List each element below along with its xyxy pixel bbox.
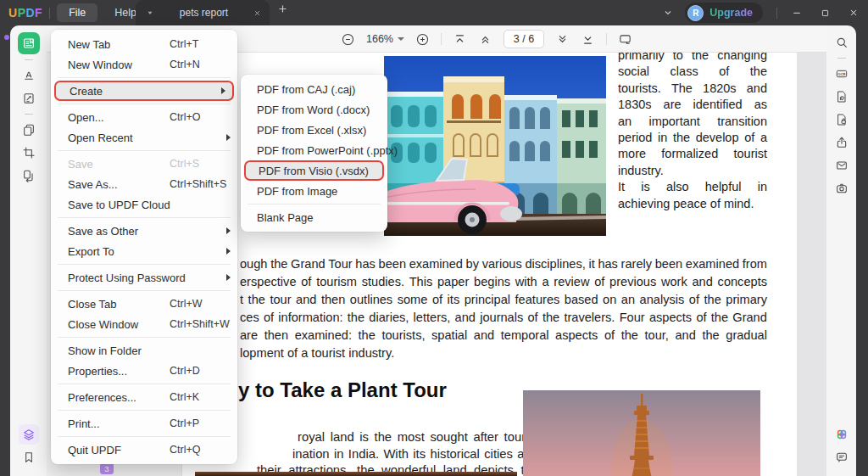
menu-item-properties[interactable]: Properties...Ctrl+D <box>51 361 237 381</box>
avatar[interactable]: R <box>687 5 704 21</box>
menu-divider <box>58 337 231 338</box>
search-icon[interactable] <box>832 32 852 53</box>
menu-item-blank-page[interactable]: Blank Page <box>241 207 387 227</box>
menu-file[interactable]: File <box>57 3 97 22</box>
menu-item-label: Print... <box>68 417 170 430</box>
menu-item-quit-updf[interactable]: Quit UPDFCtrl+Q <box>51 440 237 460</box>
text-line: industry. <box>618 163 767 179</box>
menu-item-pdf-from-image[interactable]: PDF from Image <box>241 181 387 201</box>
page-up-icon[interactable] <box>478 32 492 47</box>
intro-paragraph: royallandisthemostsoughtaftertouristinat… <box>210 429 538 476</box>
menu-item-pdf-from-powerpoint-pptx[interactable]: PDF from PowerPoint (.pptx) <box>241 140 387 160</box>
text-line: achieving peace of mind. <box>618 196 767 212</box>
menu-item-label: Quit UPDF <box>68 444 170 456</box>
new-tab-button[interactable] <box>277 3 288 14</box>
convert-icon[interactable] <box>19 165 39 186</box>
ai-layers-icon[interactable] <box>19 424 39 445</box>
menu-item-new-tab[interactable]: New TabCtrl+T <box>51 34 237 54</box>
screenshot-icon[interactable] <box>832 178 852 199</box>
text-line: primarilytothechanging <box>618 53 767 64</box>
ai-assistant-icon[interactable] <box>832 424 852 445</box>
menu-item-close-tab[interactable]: Close TabCtrl+W <box>51 294 237 314</box>
menu-divider <box>58 150 231 151</box>
document-tab[interactable]: pets report <box>136 0 270 25</box>
menu-item-create[interactable]: Create <box>54 81 234 101</box>
reader-icon[interactable] <box>18 32 40 54</box>
protect-icon[interactable] <box>832 109 852 130</box>
menu-item-new-window[interactable]: New WindowCtrl+N <box>51 54 237 75</box>
menu-item-save-to-updf-cloud[interactable]: Save to UPDF Cloud <box>51 194 237 215</box>
crop-icon[interactable] <box>19 143 39 163</box>
sidebar-divider <box>25 59 33 60</box>
menu-item-label: Open Recent <box>68 132 170 144</box>
menu-item-label: Properties... <box>68 365 170 378</box>
menu-item-label: Show in Folder <box>68 344 170 357</box>
feedback-icon[interactable] <box>832 447 852 468</box>
ocr-icon[interactable]: OCR <box>832 64 852 84</box>
tab-close-icon[interactable] <box>253 9 261 17</box>
chevron-down-icon[interactable] <box>663 8 673 18</box>
menu-item-pdf-from-excel-xlsx[interactable]: PDF from Excel (.xlsx) <box>241 120 387 140</box>
menu-item-open[interactable]: Open...Ctrl+O <box>51 107 237 127</box>
organize-icon[interactable] <box>19 120 39 140</box>
menu-item-preferences[interactable]: Preferences...Ctrl+K <box>51 387 237 407</box>
menu-item-show-in-folder[interactable]: Show in Folder <box>51 340 237 361</box>
menu-item-open-recent[interactable]: Open Recent <box>51 127 237 148</box>
zoom-dropdown-caret-icon[interactable] <box>398 37 404 41</box>
menu-divider <box>58 384 231 384</box>
right-sidebar: OCR <box>826 25 856 476</box>
zoom-out-icon[interactable] <box>341 32 355 47</box>
zoom-control[interactable]: 166% <box>366 33 404 45</box>
upgrade-button[interactable]: R Upgrade <box>685 3 763 23</box>
menu-item-shortcut: Ctrl+Q <box>170 444 219 456</box>
menu-item-label: Save as Other <box>68 225 170 238</box>
text-line: tourists.The1820sand <box>618 81 767 97</box>
text-line: lopment of a tourist industry. <box>240 344 767 362</box>
toolbar-divider <box>606 33 607 45</box>
close-icon[interactable] <box>849 8 859 18</box>
menu-item-pdf-from-caj-caj[interactable]: PDF from CAJ (.caj) <box>241 79 387 99</box>
tab-dropdown-caret-icon[interactable] <box>146 8 154 17</box>
menu-item-protect-using-password[interactable]: Protect Using Password <box>51 267 237 288</box>
zoom-in-icon[interactable] <box>415 32 430 47</box>
menu-item-pdf-from-visio-vsdx[interactable]: PDF from Visio (.vsdx) <box>244 160 384 181</box>
menu-item-label: Save <box>68 158 170 171</box>
titlebar-divider <box>49 8 50 19</box>
menu-item-label: New Tab <box>68 38 170 51</box>
toolbar-divider <box>441 33 442 45</box>
page-indicator[interactable]: 3 / 6 <box>504 30 544 48</box>
maximize-icon[interactable] <box>821 8 830 18</box>
convert-page-icon[interactable] <box>832 87 852 107</box>
section-heading: y to Take a Plant Tour <box>238 378 447 402</box>
bookmark-icon[interactable] <box>19 447 39 468</box>
share-icon[interactable] <box>832 132 852 153</box>
page-down-icon[interactable] <box>555 32 570 47</box>
menu-item-label: Protect Using Password <box>68 272 170 284</box>
presentation-mode-icon[interactable] <box>618 32 632 47</box>
text-line: animportanttransition <box>618 114 767 130</box>
menu-item-label: Preferences... <box>68 391 170 404</box>
text-line: oughtheGrandTourhasbeenexaminedbyvarious… <box>240 255 767 273</box>
eiffel-tower-photo <box>523 390 760 476</box>
menu-item-print[interactable]: Print...Ctrl+P <box>51 413 237 434</box>
menu-item-export-to[interactable]: Export To <box>51 241 237 261</box>
menu-item-label: New Window <box>68 59 170 71</box>
menu-item-label: PDF from Word (.docx) <box>257 104 372 116</box>
menu-divider <box>58 290 231 291</box>
menu-item-pdf-from-word-docx[interactable]: PDF from Word (.docx) <box>241 99 387 120</box>
menu-divider <box>58 410 231 411</box>
menu-item-save[interactable]: SaveCtrl+S <box>51 154 237 174</box>
mail-icon[interactable] <box>832 155 852 176</box>
first-page-icon[interactable] <box>453 32 467 47</box>
last-page-icon[interactable] <box>581 32 595 47</box>
menu-item-save-as-other[interactable]: Save as Other <box>51 221 237 241</box>
minimize-icon[interactable] <box>792 8 802 18</box>
menu-item-close-window[interactable]: Close WindowCtrl+Shift+W <box>51 314 237 334</box>
edit-icon[interactable] <box>19 88 39 109</box>
comment-icon[interactable] <box>19 65 39 86</box>
text-line: erspectiveoftourismstudies.Thispaperbegi… <box>240 273 767 291</box>
app-logo: UPDF <box>8 6 42 20</box>
menu-item-shortcut: Ctrl+K <box>170 391 219 403</box>
menu-item-save-as[interactable]: Save As...Ctrl+Shift+S <box>51 174 237 194</box>
text-line: Itisalsohelpfulin <box>618 179 767 195</box>
